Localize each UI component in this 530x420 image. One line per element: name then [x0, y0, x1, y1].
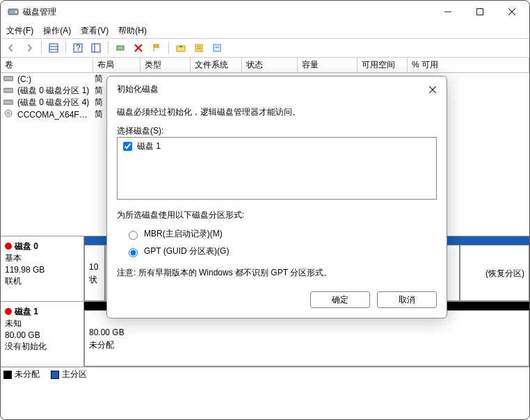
refresh-icon[interactable] [113, 40, 128, 56]
menu-action[interactable]: 操作(A) [43, 25, 71, 37]
legend-swatch-unalloc [3, 371, 12, 379]
disk-checkbox-label: 磁盘 1 [137, 140, 161, 152]
disk-title: 磁盘 1 [15, 306, 38, 318]
menu-help[interactable]: 帮助(H) [118, 25, 147, 37]
volume-name: (磁盘 0 磁盘分区 4) [17, 97, 95, 108]
minimize-button[interactable] [432, 1, 464, 22]
partition-label: 10 [89, 261, 100, 273]
partition-style-label: 为所选磁盘使用以下磁盘分区形式: [117, 209, 437, 221]
folder-up-icon[interactable] [173, 40, 188, 56]
menu-file[interactable]: 文件(F) [6, 25, 33, 37]
col-free[interactable]: 可用空间 [358, 58, 408, 72]
legend: 未分配 主分区 [1, 367, 529, 381]
volume-grid-header: 卷 布局 类型 文件系统 状态 容量 可用空间 % 可用 [1, 58, 529, 73]
disk-size: 80.00 GB [5, 330, 79, 341]
disk-select-list[interactable]: 磁盘 1 [117, 137, 437, 200]
svg-rect-22 [3, 76, 13, 81]
select-disk-label: 选择磁盘(S): [117, 125, 437, 137]
disk-type: 基本 [5, 252, 79, 264]
drive-icon [3, 86, 15, 96]
close-button[interactable] [496, 1, 528, 22]
col-type[interactable]: 类型 [140, 58, 191, 72]
svg-rect-13 [117, 46, 124, 50]
partition-style-group: MBR(主启动记录)(M) GPT (GUID 分区表)(G) [125, 225, 437, 260]
legend-unalloc: 未分配 [15, 369, 40, 380]
disk-status-dot [5, 308, 12, 315]
settings-icon[interactable] [209, 40, 225, 56]
drive-icon [3, 98, 15, 108]
legend-swatch-primary [51, 371, 59, 379]
svg-point-1 [15, 11, 17, 13]
window-title: 磁盘管理 [23, 6, 432, 18]
disk-title: 磁盘 0 [15, 241, 38, 252]
svg-rect-24 [3, 100, 13, 104]
ok-button[interactable]: 确定 [310, 291, 370, 308]
cancel-button[interactable]: 取消 [377, 291, 437, 308]
svg-rect-3 [477, 9, 483, 15]
view-list-icon[interactable] [46, 40, 61, 56]
legend-primary: 主分区 [62, 369, 87, 380]
partition-label: 状 [89, 273, 100, 286]
disk-size: 119.98 GB [5, 264, 79, 276]
help-icon[interactable]: ? [70, 40, 86, 56]
back-button[interactable] [3, 40, 19, 56]
mbr-radio[interactable] [129, 231, 138, 240]
forward-button[interactable] [22, 40, 37, 56]
disk-info: 磁盘 0 基本 119.98 GB 联机 [1, 236, 84, 301]
disk-status-dot [5, 243, 12, 250]
col-capacity[interactable]: 容量 [298, 58, 358, 72]
col-percent[interactable]: % 可用 [408, 58, 529, 72]
dialog-close-button[interactable] [427, 84, 438, 95]
svg-rect-23 [3, 88, 13, 92]
svg-rect-17 [195, 45, 202, 51]
svg-rect-6 [49, 44, 58, 52]
delete-icon[interactable] [131, 40, 146, 56]
svg-point-26 [8, 113, 10, 115]
disk-mgmt-icon [8, 6, 19, 17]
col-layout[interactable]: 布局 [93, 58, 140, 72]
volume-name: (C:) [17, 74, 95, 84]
disk-status: 联机 [5, 275, 79, 287]
volume-name: (磁盘 0 磁盘分区 1) [17, 85, 95, 97]
mbr-label: MBR(主启动记录)(M) [144, 228, 223, 240]
initialize-disk-dialog: 初始化磁盘 磁盘必须经过初始化，逻辑磁盘管理器才能访问。 选择磁盘(S): 磁盘… [106, 76, 447, 318]
properties-icon[interactable] [191, 40, 207, 56]
disk-info: 磁盘 1 未知 80.00 GB 没有初始化 [1, 302, 84, 366]
svg-text:?: ? [76, 43, 81, 53]
view-detail-icon[interactable] [88, 40, 104, 56]
dialog-note: 注意: 所有早期版本的 Windows 都不识别 GPT 分区形式。 [117, 267, 437, 279]
partition-label: (恢复分区) [465, 267, 524, 280]
disk-checkbox[interactable] [123, 142, 132, 151]
toolbar: ? [1, 38, 529, 58]
titlebar: 磁盘管理 [1, 1, 529, 23]
col-filesystem[interactable]: 文件系统 [191, 58, 242, 72]
disk-select-item[interactable]: 磁盘 1 [119, 139, 435, 154]
svg-rect-11 [92, 44, 100, 52]
disk-type: 未知 [5, 318, 79, 330]
partition-recovery[interactable]: (恢复分区) [460, 245, 529, 301]
col-volume[interactable]: 卷 [1, 58, 93, 72]
dialog-intro: 磁盘必须经过初始化，逻辑磁盘管理器才能访问。 [117, 106, 437, 118]
col-status[interactable]: 状态 [242, 58, 298, 72]
flag-icon[interactable] [149, 40, 164, 56]
disk-status: 没有初始化 [5, 341, 79, 353]
partition-size: 80.00 GB [89, 326, 524, 339]
svg-rect-20 [214, 45, 220, 51]
gpt-radio[interactable] [129, 248, 138, 257]
gpt-option[interactable]: GPT (GUID 分区表)(G) [125, 243, 437, 260]
maximize-button[interactable] [464, 1, 496, 22]
gpt-label: GPT (GUID 分区表)(G) [144, 245, 229, 257]
menu-view[interactable]: 查看(V) [81, 25, 109, 37]
partition-status: 未分配 [89, 339, 524, 351]
partition-unallocated[interactable]: 80.00 GB 未分配 [84, 310, 529, 366]
dialog-title: 初始化磁盘 [117, 83, 159, 95]
mbr-option[interactable]: MBR(主启动记录)(M) [125, 225, 437, 243]
partition[interactable]: 10 状 [84, 245, 105, 301]
menubar: 文件(F) 操作(A) 查看(V) 帮助(H) [1, 23, 529, 38]
volume-name: CCCOMA_X64FR... [17, 110, 95, 120]
cd-icon [3, 108, 15, 120]
drive-icon [3, 74, 15, 84]
